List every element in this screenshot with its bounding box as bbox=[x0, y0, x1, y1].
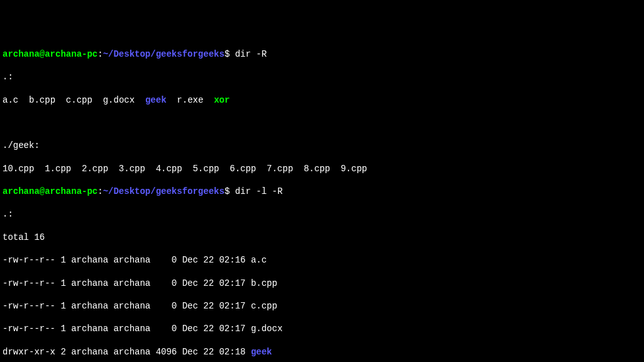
file-item: a.c bbox=[3, 95, 18, 105]
prompt-path: ~/Desktop/geeksforgeeks bbox=[103, 186, 225, 196]
prompt-user: archana bbox=[3, 186, 40, 196]
file-detail-row: -rw-r--r-- 1 archana archana 0 Dec 22 02… bbox=[3, 323, 641, 334]
prompt-host: archana-pc bbox=[45, 49, 97, 59]
file-name: c.cpp bbox=[251, 301, 277, 311]
output-subdir-listing-1: 10.cpp 1.cpp 2.cpp 3.cpp 4.cpp 5.cpp 6.c… bbox=[3, 163, 641, 174]
prompt-colon: : bbox=[97, 49, 103, 59]
dir-item: geek bbox=[145, 95, 167, 105]
file-item: r.exe bbox=[177, 95, 203, 105]
prompt-path: ~/Desktop/geeksforgeeks bbox=[103, 49, 225, 59]
output-header-2: .: bbox=[3, 208, 641, 220]
file-name: g.docx bbox=[251, 324, 282, 334]
command-1: dir -R bbox=[235, 49, 267, 59]
prompt-line-1: archana@archana-pc:~/Desktop/geeksforgee… bbox=[3, 48, 641, 60]
output-subdir-header-1: ./geek: bbox=[3, 140, 641, 151]
exe-item: xor bbox=[214, 95, 230, 105]
prompt-at: @ bbox=[40, 49, 45, 59]
prompt-colon: : bbox=[97, 186, 103, 196]
prompt-at: @ bbox=[40, 186, 45, 196]
output-listing-1: a.c b.cpp c.cpp g.docx geek r.exe xor bbox=[3, 94, 641, 106]
terminal[interactable]: archana@archana-pc:~/Desktop/geeksforgee… bbox=[3, 48, 641, 362]
file-item: c.cpp bbox=[66, 95, 92, 105]
file-detail-row: -rw-r--r-- 1 archana archana 0 Dec 22 02… bbox=[3, 254, 641, 266]
output-header-1: .: bbox=[3, 71, 641, 82]
file-name: b.cpp bbox=[251, 278, 277, 288]
prompt-line-2: archana@archana-pc:~/Desktop/geeksforgee… bbox=[3, 186, 641, 197]
command-2: dir -l -R bbox=[235, 186, 283, 196]
file-detail-row: drwxr-xr-x 2 archana archana 4096 Dec 22… bbox=[3, 346, 641, 358]
prompt-host: archana-pc bbox=[45, 186, 97, 196]
file-item: g.docx bbox=[103, 95, 135, 105]
file-detail-row: -rw-r--r-- 1 archana archana 0 Dec 22 02… bbox=[3, 300, 641, 312]
file-detail-row: -rw-r--r-- 1 archana archana 0 Dec 22 02… bbox=[3, 278, 641, 289]
file-name: a.c bbox=[251, 255, 267, 265]
file-item: b.cpp bbox=[29, 95, 55, 105]
prompt-user: archana bbox=[3, 49, 40, 59]
dir-name: geek bbox=[251, 347, 272, 357]
output-total-2: total 16 bbox=[3, 232, 641, 243]
